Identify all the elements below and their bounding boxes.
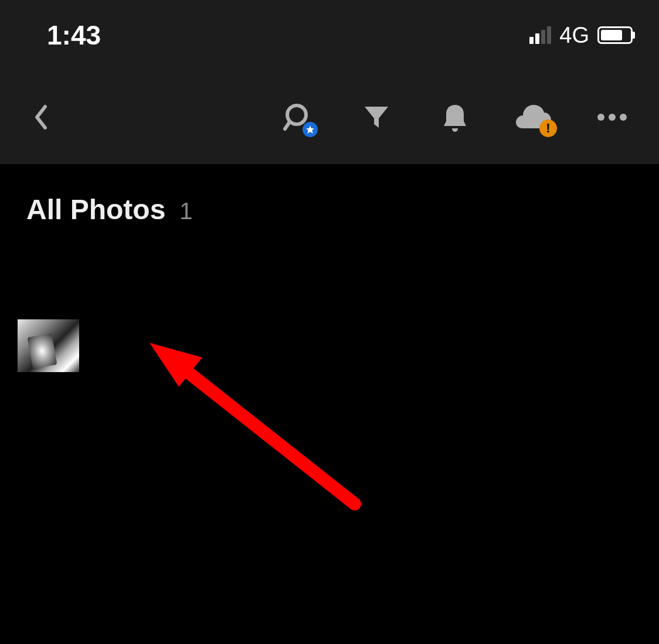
- photo-grid: [0, 261, 659, 431]
- thumbnail-image: [18, 319, 79, 372]
- filter-button[interactable]: [359, 100, 394, 135]
- toolbar: !: [0, 70, 659, 164]
- chevron-left-icon: [33, 104, 49, 130]
- photo-thumbnail[interactable]: [0, 261, 97, 431]
- svg-marker-3: [365, 107, 388, 128]
- back-button[interactable]: [23, 100, 59, 135]
- svg-point-5: [609, 114, 616, 121]
- title-row: All Photos 1: [0, 193, 659, 226]
- toolbar-icons: !: [280, 100, 630, 135]
- bell-icon: [441, 103, 468, 132]
- funnel-icon: [362, 103, 390, 131]
- search-button[interactable]: [280, 100, 315, 135]
- more-horizontal-icon: [597, 114, 627, 121]
- cloud-sync-button[interactable]: !: [516, 100, 551, 135]
- status-time: 1:43: [47, 19, 101, 51]
- signal-strength-icon: [529, 26, 551, 44]
- star-badge-icon: [303, 122, 318, 137]
- alert-badge-icon: !: [539, 120, 557, 137]
- network-type: 4G: [559, 23, 589, 48]
- page-title: All Photos: [26, 193, 165, 226]
- status-bar: 1:43 4G: [0, 0, 659, 70]
- more-button[interactable]: [595, 100, 630, 135]
- battery-icon: [597, 26, 633, 44]
- photo-count: 1: [179, 198, 192, 224]
- svg-marker-2: [306, 125, 314, 133]
- notifications-button[interactable]: [437, 100, 473, 135]
- svg-point-4: [597, 114, 604, 121]
- content-area: All Photos 1: [0, 164, 659, 431]
- svg-line-1: [285, 122, 290, 129]
- status-right: 4G: [529, 23, 633, 48]
- svg-point-6: [620, 114, 627, 121]
